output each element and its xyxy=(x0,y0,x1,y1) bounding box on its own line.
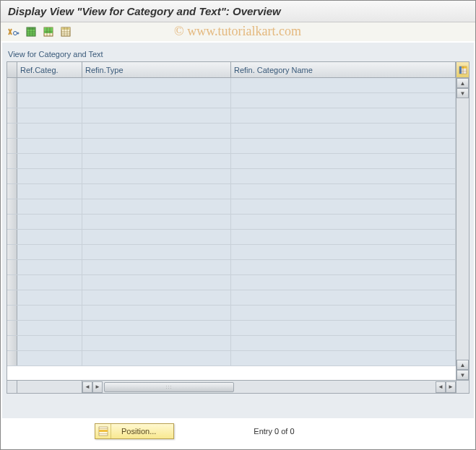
scroll-down-button-2[interactable]: ▼ xyxy=(456,370,469,380)
cell[interactable] xyxy=(231,306,456,320)
scroll-left-button-2[interactable]: ◄ xyxy=(436,381,446,393)
position-button[interactable]: Position... xyxy=(95,423,174,439)
vertical-scrollbar[interactable]: ▲ ▼ ▲ ▼ xyxy=(456,78,469,380)
cell[interactable] xyxy=(231,215,456,229)
cell[interactable] xyxy=(17,139,82,153)
cell[interactable] xyxy=(82,169,231,183)
cell[interactable] xyxy=(231,230,456,244)
cell[interactable] xyxy=(17,169,82,183)
cell[interactable] xyxy=(82,78,231,92)
cell[interactable] xyxy=(231,93,456,108)
cell[interactable] xyxy=(17,154,82,168)
row-selector[interactable] xyxy=(7,336,17,350)
cell[interactable] xyxy=(231,108,456,123)
row-selector[interactable] xyxy=(7,215,17,229)
cell[interactable] xyxy=(82,290,231,305)
cell[interactable] xyxy=(17,184,82,199)
cell[interactable] xyxy=(231,336,456,350)
scroll-right-button-2[interactable]: ► xyxy=(446,381,456,393)
cell[interactable] xyxy=(17,93,82,108)
column-header-refintype[interactable]: Refin.Type xyxy=(82,62,231,77)
cell[interactable] xyxy=(231,169,456,183)
cell[interactable] xyxy=(231,154,456,168)
cell[interactable] xyxy=(231,78,456,92)
scroll-right-button[interactable]: ► xyxy=(92,381,103,393)
row-selector[interactable] xyxy=(7,154,17,168)
cell[interactable] xyxy=(231,124,456,138)
toggle-display-change-button[interactable] xyxy=(7,25,21,38)
cell[interactable] xyxy=(231,351,456,365)
cell[interactable] xyxy=(82,154,231,168)
cell[interactable] xyxy=(82,260,231,274)
row-selector[interactable] xyxy=(7,321,17,335)
column-header-refcateg[interactable]: Ref.Categ. xyxy=(17,62,82,77)
row-selector[interactable] xyxy=(7,260,17,274)
scroll-left-button[interactable]: ◄ xyxy=(82,381,92,393)
cell[interactable] xyxy=(17,290,82,305)
hscroll-thumb[interactable]: ::: xyxy=(104,382,234,392)
cell[interactable] xyxy=(17,245,82,259)
cell[interactable] xyxy=(17,124,82,138)
scroll-up-button-2[interactable]: ▲ xyxy=(456,360,469,370)
cell[interactable] xyxy=(82,139,231,153)
cell[interactable] xyxy=(17,78,82,92)
row-selector[interactable] xyxy=(7,351,17,365)
row-selector[interactable] xyxy=(7,275,17,290)
row-selector[interactable] xyxy=(7,199,17,214)
cell[interactable] xyxy=(17,199,82,214)
table-settings-button[interactable] xyxy=(456,62,469,77)
scroll-down-button[interactable]: ▼ xyxy=(456,88,469,98)
cell[interactable] xyxy=(82,321,231,335)
cell[interactable] xyxy=(82,245,231,259)
cell[interactable] xyxy=(17,275,82,290)
cell[interactable] xyxy=(82,184,231,199)
row-selector[interactable] xyxy=(7,139,17,153)
column-header-refincatname[interactable]: Refin. Category Name xyxy=(231,62,456,77)
cell[interactable] xyxy=(82,336,231,350)
hscroll-track[interactable]: ◄ ► ::: ◄ ► xyxy=(82,381,456,393)
cell[interactable] xyxy=(231,184,456,199)
cell[interactable] xyxy=(82,306,231,320)
cell[interactable] xyxy=(231,275,456,290)
cell[interactable] xyxy=(82,124,231,138)
cell[interactable] xyxy=(231,290,456,305)
cell[interactable] xyxy=(82,230,231,244)
cell[interactable] xyxy=(82,351,231,365)
row-selector[interactable] xyxy=(7,124,17,138)
cell[interactable] xyxy=(17,230,82,244)
cell[interactable] xyxy=(231,321,456,335)
deselect-all-button[interactable] xyxy=(59,25,73,38)
scroll-up-button[interactable]: ▲ xyxy=(456,78,469,88)
cell[interactable] xyxy=(82,199,231,214)
row-selector[interactable] xyxy=(7,230,17,244)
cell[interactable] xyxy=(82,275,231,290)
row-selector[interactable] xyxy=(7,78,17,92)
grid-corner[interactable] xyxy=(7,62,17,77)
cell[interactable] xyxy=(231,245,456,259)
cell[interactable] xyxy=(231,199,456,214)
cell[interactable] xyxy=(17,336,82,350)
row-selector[interactable] xyxy=(7,306,17,320)
row-selector[interactable] xyxy=(7,108,17,123)
row-selector[interactable] xyxy=(7,169,17,183)
cell[interactable] xyxy=(82,93,231,108)
row-selector[interactable] xyxy=(7,93,17,108)
cell[interactable] xyxy=(231,139,456,153)
cell[interactable] xyxy=(231,260,456,274)
row-selector[interactable] xyxy=(7,245,17,259)
row-selector[interactable] xyxy=(7,184,17,199)
cell[interactable] xyxy=(82,215,231,229)
cell[interactable] xyxy=(17,306,82,320)
svg-rect-27 xyxy=(99,430,108,432)
cell[interactable] xyxy=(17,351,82,365)
content-area: View for Category and Text Ref.Categ. Re… xyxy=(2,43,474,418)
cell[interactable] xyxy=(17,215,82,229)
cell[interactable] xyxy=(17,321,82,335)
cell[interactable] xyxy=(82,108,231,123)
select-all-button[interactable] xyxy=(24,25,38,38)
cell[interactable] xyxy=(17,260,82,274)
window-header: Display View "View for Category and Text… xyxy=(1,1,475,22)
select-block-button[interactable] xyxy=(41,25,56,38)
cell[interactable] xyxy=(17,108,82,123)
row-selector[interactable] xyxy=(7,290,17,305)
